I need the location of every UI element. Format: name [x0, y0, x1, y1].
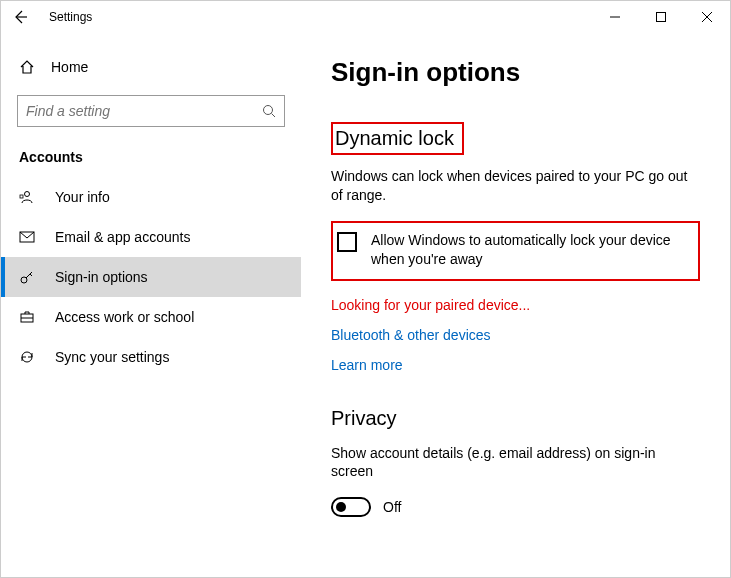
sidebar-item-signin[interactable]: Sign-in options: [1, 257, 301, 297]
sidebar-item-label: Access work or school: [55, 309, 194, 325]
key-icon: [19, 269, 35, 285]
section-heading-privacy: Privacy: [331, 407, 700, 430]
svg-rect-0: [657, 13, 666, 22]
search-input[interactable]: [26, 103, 262, 119]
sidebar: Home Accounts Your info: [1, 33, 301, 577]
back-button[interactable]: [9, 6, 31, 28]
section-heading-dynamic-lock: Dynamic lock: [335, 127, 454, 150]
close-button[interactable]: [684, 1, 730, 33]
dynamic-lock-description: Windows can lock when devices paired to …: [331, 167, 700, 205]
svg-rect-3: [20, 195, 23, 198]
window-title: Settings: [49, 10, 92, 24]
highlight-dynamic-lock-heading: Dynamic lock: [331, 122, 464, 155]
search-icon: [262, 104, 276, 118]
sidebar-item-sync[interactable]: Sync your settings: [1, 337, 301, 377]
privacy-description: Show account details (e.g. email address…: [331, 444, 700, 482]
dynamic-lock-checkbox[interactable]: [337, 232, 357, 252]
content-area: Sign-in options Dynamic lock Windows can…: [301, 33, 730, 577]
settings-window: Settings Home A: [0, 0, 731, 578]
maximize-button[interactable]: [638, 1, 684, 33]
svg-point-1: [264, 106, 273, 115]
minimize-button[interactable]: [592, 1, 638, 33]
home-icon: [19, 59, 35, 75]
titlebar: Settings: [1, 1, 730, 33]
sync-icon: [19, 349, 35, 365]
svg-point-2: [25, 192, 30, 197]
highlight-dynamic-lock-checkbox: Allow Windows to automatically lock your…: [331, 221, 700, 281]
privacy-toggle-state: Off: [383, 499, 401, 515]
sidebar-item-label: Sign-in options: [55, 269, 148, 285]
looking-for-device-status: Looking for your paired device...: [331, 297, 700, 313]
home-nav[interactable]: Home: [1, 53, 301, 81]
privacy-toggle[interactable]: [331, 497, 371, 517]
briefcase-icon: [19, 309, 35, 325]
learn-more-link[interactable]: Learn more: [331, 357, 700, 373]
email-icon: [19, 229, 35, 245]
sidebar-item-your-info[interactable]: Your info: [1, 177, 301, 217]
dynamic-lock-checkbox-label: Allow Windows to automatically lock your…: [371, 231, 694, 269]
sidebar-item-label: Email & app accounts: [55, 229, 190, 245]
sidebar-item-label: Sync your settings: [55, 349, 169, 365]
bluetooth-devices-link[interactable]: Bluetooth & other devices: [331, 327, 700, 343]
sidebar-item-label: Your info: [55, 189, 110, 205]
search-box[interactable]: [17, 95, 285, 127]
category-label: Accounts: [1, 141, 301, 177]
person-icon: [19, 189, 35, 205]
sidebar-item-work[interactable]: Access work or school: [1, 297, 301, 337]
sidebar-item-email[interactable]: Email & app accounts: [1, 217, 301, 257]
home-label: Home: [51, 59, 88, 75]
page-title: Sign-in options: [331, 57, 700, 88]
